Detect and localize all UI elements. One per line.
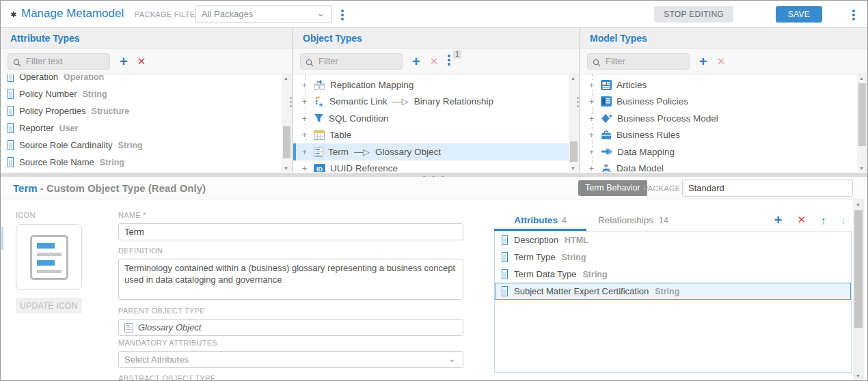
list-item[interactable] bbox=[1, 171, 292, 172]
top-right-menu-icon[interactable] bbox=[852, 8, 855, 22]
object-types-title: Object Types bbox=[303, 33, 362, 44]
tree-item[interactable]: + Data Model bbox=[580, 160, 867, 173]
scroll-up-icon[interactable]: ▲ bbox=[571, 76, 575, 81]
delete-attribute-icon[interactable]: ✕ bbox=[797, 214, 806, 226]
tree-item[interactable]: + ID UUID Reference bbox=[293, 160, 579, 173]
attribute-filter-input[interactable] bbox=[26, 54, 107, 69]
name-input[interactable] bbox=[118, 223, 463, 240]
move-up-icon[interactable]: ↑ bbox=[821, 214, 826, 226]
delete-model-type-icon[interactable]: ✕ bbox=[717, 55, 726, 68]
model-filter-input[interactable] bbox=[606, 54, 686, 69]
add-model-type-icon[interactable]: + bbox=[699, 55, 707, 68]
expand-plus-icon[interactable]: + bbox=[300, 97, 309, 106]
delete-attribute-type-icon[interactable]: ✕ bbox=[137, 55, 146, 68]
list-item[interactable]: Term Type String bbox=[495, 249, 851, 266]
object-filter-input[interactable] bbox=[318, 54, 399, 69]
list-item[interactable]: Source Role Name String bbox=[1, 154, 292, 171]
stop-editing-button[interactable]: STOP EDITING bbox=[654, 6, 733, 23]
attribute-types-title: Attribute Types bbox=[10, 33, 80, 44]
scroll-up-icon[interactable]: ▲ bbox=[284, 76, 288, 81]
favorite-star-icon[interactable]: ✱ bbox=[10, 10, 16, 19]
tree-item[interactable]: + Replication Mapping bbox=[293, 76, 579, 94]
tree-item[interactable]: + Business Policies bbox=[580, 94, 867, 111]
header-menu-icon[interactable] bbox=[341, 8, 344, 22]
expand-plus-icon[interactable]: + bbox=[300, 130, 309, 139]
object-types-menu-icon[interactable]: 1 bbox=[448, 53, 450, 70]
tree-item-selected[interactable]: + Term —▷ Glossary Object bbox=[293, 143, 579, 160]
model-list-scrollbar[interactable]: ▲ ▼ bbox=[857, 74, 867, 172]
attribute-icon bbox=[8, 89, 14, 99]
list-item[interactable]: Source Role Cardinality String bbox=[1, 137, 292, 154]
expand-plus-icon[interactable]: + bbox=[587, 81, 596, 89]
definition-textarea[interactable]: Terminology contained within a (business… bbox=[118, 259, 463, 300]
scroll-down-icon[interactable]: ▼ bbox=[856, 373, 860, 378]
list-item[interactable]: Reporter User bbox=[1, 119, 292, 137]
list-item[interactable]: Term Data Type String bbox=[495, 266, 851, 283]
tree-item[interactable]: + Semantic Link —▷ Binary Relationship bbox=[293, 94, 579, 111]
list-item[interactable]: Operation Operation bbox=[1, 74, 292, 85]
inherits-arrow: —▷ bbox=[393, 96, 409, 107]
tree-item[interactable]: + Table bbox=[293, 127, 579, 144]
scroll-thumb[interactable] bbox=[570, 141, 578, 162]
list-item[interactable]: Policy Properties Structure bbox=[1, 102, 292, 119]
semantic-link-icon bbox=[314, 96, 325, 107]
save-button[interactable]: SAVE bbox=[776, 6, 822, 23]
detail-scrollbar[interactable]: ▲ ▼ bbox=[853, 199, 864, 380]
scroll-up-icon[interactable]: ▲ bbox=[856, 201, 860, 206]
add-attribute-type-icon[interactable]: + bbox=[120, 55, 128, 68]
search-icon bbox=[306, 57, 314, 70]
scroll-down-icon[interactable]: ▼ bbox=[284, 166, 288, 171]
package-filter-label: PACKAGE FILTER bbox=[135, 10, 201, 18]
model-filter-box bbox=[587, 53, 690, 70]
expand-plus-icon[interactable]: + bbox=[587, 114, 596, 123]
object-list-scrollbar[interactable]: ▲ ▼ bbox=[569, 74, 579, 172]
tree-item[interactable]: + Business Process Model bbox=[580, 110, 867, 127]
object-filter-box bbox=[300, 53, 403, 70]
tree-item[interactable]: + Data Mapping bbox=[580, 143, 867, 160]
expand-plus-icon[interactable]: + bbox=[300, 164, 309, 172]
top-bar: ✱ Manage Metamodel PACKAGE FILTER All Pa… bbox=[1, 1, 867, 28]
tab-attributes[interactable]: Attributes4 bbox=[494, 211, 586, 231]
object-types-list: + Replication Mapping + Semantic Link —▷… bbox=[293, 74, 579, 172]
expand-plus-icon[interactable]: + bbox=[300, 81, 309, 89]
expand-plus-icon[interactable]: + bbox=[587, 97, 596, 106]
articles-icon bbox=[601, 80, 612, 90]
scroll-thumb[interactable] bbox=[858, 83, 866, 146]
scroll-thumb[interactable] bbox=[854, 210, 863, 328]
attribute-icon bbox=[8, 123, 14, 133]
term-behavior-button[interactable]: Term Behavior bbox=[578, 180, 647, 196]
expand-plus-icon[interactable]: + bbox=[300, 114, 309, 123]
expand-plus-icon[interactable]: + bbox=[587, 164, 596, 172]
list-item[interactable]: Policy Number String bbox=[1, 85, 292, 102]
left-scroll-thumb[interactable] bbox=[1, 227, 3, 250]
attribute-icon bbox=[502, 286, 508, 296]
parent-object-type-label: PARENT OBJECT TYPE bbox=[118, 307, 463, 315]
parent-object-type-input[interactable]: Glossary Object bbox=[118, 319, 463, 336]
list-item-selected[interactable]: Subject Matter Expert Certification Stri… bbox=[495, 283, 851, 300]
tree-item[interactable]: + Business Rules bbox=[580, 127, 867, 144]
attribute-list-scrollbar[interactable]: ▲ ▼ bbox=[282, 74, 292, 172]
object-type-icon-preview bbox=[16, 224, 82, 290]
expand-plus-icon[interactable]: + bbox=[587, 147, 596, 156]
expand-plus-icon[interactable]: + bbox=[300, 147, 309, 156]
update-icon-button[interactable]: UPDATE ICON bbox=[16, 298, 82, 313]
expand-plus-icon[interactable]: + bbox=[587, 130, 596, 139]
scroll-down-icon[interactable]: ▼ bbox=[859, 166, 864, 171]
business-process-model-icon bbox=[601, 113, 612, 124]
package-input[interactable] bbox=[682, 180, 853, 197]
move-down-icon[interactable]: ↓ bbox=[841, 214, 847, 226]
list-item[interactable]: Description HTML bbox=[495, 231, 851, 249]
tree-item[interactable]: + SQL Condition bbox=[293, 110, 579, 127]
uuid-id-icon: ID bbox=[314, 164, 325, 172]
tree-item[interactable]: + Articles bbox=[580, 76, 867, 94]
delete-object-type-icon[interactable]: ✕ bbox=[430, 55, 439, 68]
add-attribute-icon[interactable]: + bbox=[774, 213, 783, 227]
mandatory-attributes-select[interactable]: Select Attributes ⌄ bbox=[118, 351, 463, 368]
scroll-thumb[interactable] bbox=[283, 126, 290, 158]
scroll-up-icon[interactable]: ▲ bbox=[859, 76, 864, 81]
tab-relationships[interactable]: Relationships14 bbox=[590, 211, 677, 231]
attribute-actions: + ✕ ↑ ↓ bbox=[774, 213, 846, 227]
package-filter-select[interactable]: All Packages ⌄ bbox=[195, 5, 332, 23]
add-object-type-icon[interactable]: + bbox=[412, 55, 420, 68]
scroll-down-icon[interactable]: ▼ bbox=[571, 166, 575, 171]
